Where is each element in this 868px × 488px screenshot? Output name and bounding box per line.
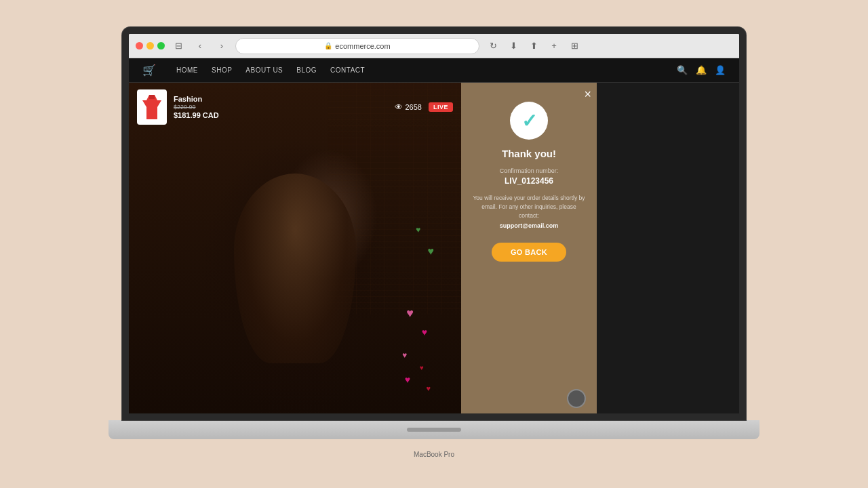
browser-window: ⊟ ‹ › 🔒 ecommerce.com ↻ ⬇ ⬆ + ⊞ [129, 34, 739, 413]
address-bar[interactable]: 🔒 ecommerce.com [235, 38, 479, 54]
live-badge: LIVE [429, 102, 453, 112]
stream-product-price: $181.99 CAD [174, 111, 219, 119]
thank-you-heading: Thank you! [502, 148, 556, 159]
eye-icon: 👁 [395, 102, 403, 112]
heart-1: ♥ [416, 225, 420, 235]
notification-icon[interactable]: 🔔 [696, 65, 707, 75]
nav-home[interactable]: HOME [176, 66, 198, 74]
confirmation-number: LIV_0123456 [505, 176, 553, 186]
search-icon[interactable]: 🔍 [677, 65, 688, 75]
traffic-lights [136, 42, 165, 49]
viewer-number: 2658 [406, 103, 422, 111]
heart-7: ♥ [405, 374, 410, 385]
go-back-button[interactable]: GO BACK [492, 243, 566, 262]
laptop-shell: ⊟ ‹ › 🔒 ecommerce.com ↻ ⬇ ⬆ + ⊞ [108, 27, 760, 461]
checkmark-icon: ✓ [521, 110, 537, 132]
close-window-button[interactable] [136, 42, 143, 49]
stream-container: Fashion $220.99 $181.99 CAD 👁 2658 LIVE [129, 83, 461, 413]
close-button[interactable]: × [584, 88, 591, 100]
laptop-base [108, 420, 760, 439]
right-dark-panel [597, 83, 739, 413]
reload-button[interactable]: ↻ [485, 38, 501, 54]
support-email: support@email.com [500, 222, 558, 229]
extensions-button[interactable]: ⊞ [566, 38, 583, 54]
account-icon[interactable]: 👤 [715, 65, 726, 75]
viewer-count: 👁 2658 [395, 102, 422, 112]
laptop-hinge [407, 428, 461, 432]
url-text: ecommerce.com [335, 42, 390, 50]
stream-product-name: Fashion [174, 95, 219, 103]
laptop-model-label: MacBook Pro [414, 451, 454, 458]
stream-overlay-top: Fashion $220.99 $181.99 CAD 👁 2658 LIVE [129, 83, 461, 131]
navigation-bar: 🛒 HOME SHOP ABOUT US BLOG CONTACT 🔍 🔔 👤 [129, 58, 739, 83]
forward-button[interactable]: › [214, 38, 230, 54]
nav-contact[interactable]: CONTACT [330, 66, 365, 74]
fullscreen-window-button[interactable] [157, 42, 165, 49]
avatar [567, 389, 586, 408]
toolbar-right: ↻ ⬇ ⬆ + ⊞ [485, 38, 583, 54]
heart-5: ♥ [402, 350, 407, 360]
stream-person [129, 83, 461, 413]
confirmation-label: Confirmation number: [500, 167, 559, 174]
confirmation-message: You will receive your order details shor… [472, 194, 586, 220]
confirmation-panel: × ✓ Thank you! Confirmation number: LIV_… [461, 83, 597, 413]
tab-layout-button[interactable]: ⊟ [170, 38, 186, 54]
nav-right-icons: 🔍 🔔 👤 [677, 65, 726, 75]
back-button[interactable]: ‹ [192, 38, 208, 54]
stream-product-thumbnail [137, 89, 167, 125]
laptop-screen: ⊟ ‹ › 🔒 ecommerce.com ↻ ⬇ ⬆ + ⊞ [122, 27, 746, 420]
heart-2: ♥ [428, 245, 435, 258]
site-logo: 🛒 [142, 64, 156, 77]
new-tab-button[interactable]: + [546, 38, 562, 54]
person-body [234, 174, 356, 363]
lock-icon: 🔒 [324, 42, 332, 49]
svg-rect-0 [149, 95, 155, 99]
browser-toolbar: ⊟ ‹ › 🔒 ecommerce.com ↻ ⬇ ⬆ + ⊞ [129, 34, 739, 58]
share-button[interactable]: ⬆ [526, 38, 542, 54]
stream-product-info: Fashion $220.99 $181.99 CAD [174, 95, 219, 119]
nav-blog[interactable]: BLOG [296, 66, 317, 74]
nav-about[interactable]: ABOUT US [245, 66, 283, 74]
checkmark-circle: ✓ [510, 102, 548, 140]
heart-4: ♥ [422, 327, 427, 338]
stream-video: Fashion $220.99 $181.99 CAD 👁 2658 LIVE [129, 83, 461, 413]
stream-product-old-price: $220.99 [174, 104, 219, 110]
heart-6: ♥ [420, 364, 424, 371]
dress-icon [142, 95, 161, 119]
heart-8: ♥ [426, 384, 431, 392]
nav-shop[interactable]: SHOP [212, 66, 232, 74]
heart-3: ♥ [406, 306, 414, 321]
minimize-window-button[interactable] [146, 42, 154, 49]
main-content: Fashion $220.99 $181.99 CAD 👁 2658 LIVE [129, 83, 739, 413]
download-button[interactable]: ⬇ [505, 38, 521, 54]
website-content: 🛒 HOME SHOP ABOUT US BLOG CONTACT 🔍 🔔 👤 [129, 58, 739, 413]
